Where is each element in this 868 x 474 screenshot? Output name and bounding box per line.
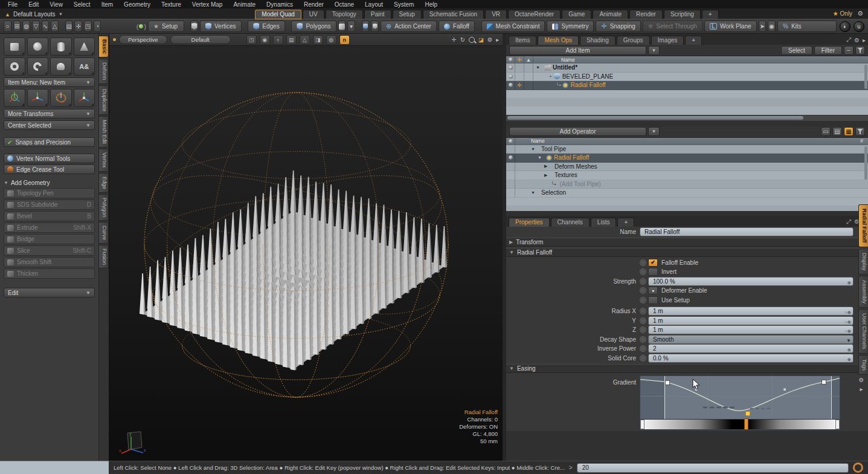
favorites-toggle[interactable]: ★ Only [833,10,852,17]
radial-falloff-section-header[interactable]: ▼ Radial Falloff [506,248,868,257]
layout-tab[interactable]: VR [485,10,507,19]
fx-toggle[interactable]: ✛ [515,73,524,81]
tool-category-tab[interactable]: Edge [99,173,109,193]
add-operator-dropdown-arrow[interactable]: ▼ [648,127,660,136]
menu-item[interactable]: Render [298,1,329,8]
select-button[interactable]: Select [781,46,812,55]
mini-slider-icon[interactable]: ◆ [847,346,851,354]
mini-slider-icon[interactable]: ○◆ [844,327,851,335]
menu-item[interactable]: Dynamics [261,1,298,8]
gear-icon[interactable]: ⚙ [854,37,860,44]
select-lasso-icon[interactable] [371,21,379,32]
tri-mesh-tool-icon[interactable]: △ [51,21,59,32]
panel-tab[interactable]: Groups [617,36,650,45]
rotate-view-icon[interactable]: ↻ [460,36,465,43]
tree-expand-icon[interactable]: ▼ [536,65,541,70]
menu-item[interactable]: Texture [156,1,187,8]
move-tool-button[interactable] [4,89,25,107]
work-plane-button[interactable]: LWork Plane [704,21,757,32]
tool-category-tab[interactable]: Fusion [99,245,109,268]
item-tree-row[interactable]: ✛ └• Radial Falloff [506,81,868,90]
polygons-button[interactable]: Polygons [291,21,336,32]
record-ring-icon[interactable] [853,463,863,473]
tool-category-tab[interactable]: Polygon [99,194,109,221]
vertices-button[interactable]: Vertices [200,21,242,32]
transform-tool-button[interactable] [74,89,95,107]
tree-view-button[interactable]: ▤ [832,127,842,136]
item-tree-row[interactable]: ✛ ▼ Untitled* [506,63,868,73]
edge-crease-tool-button[interactable]: Edge Crease Tool [4,164,95,174]
zoom-view-icon[interactable] [469,37,475,43]
add-item-dropdown[interactable]: Add Item [509,46,646,55]
menu-item[interactable]: Item [96,1,118,8]
scale-tool-button[interactable] [50,89,72,107]
sphere-primitive-button[interactable] [27,37,49,56]
panel-tab[interactable]: Items [509,36,536,45]
menu-item[interactable]: Vertex Map [187,1,228,8]
drop-tool-icon[interactable]: ▽ [32,21,40,32]
viewport-menu-icon[interactable]: ▸ [496,36,499,43]
item-tree-row[interactable]: ✛ + BEVELED_PLANE [506,73,868,82]
visibility-toggle[interactable] [506,154,515,162]
visibility-toggle[interactable] [506,171,515,180]
invert-checkbox[interactable] [648,268,658,276]
name-field[interactable] [640,227,854,236]
tree-expand-icon[interactable]: ▼ [531,147,536,151]
layout-tab[interactable]: Model Quad [255,10,301,19]
mini-slider-icon[interactable]: ◆ [847,279,851,287]
snaps-precision-button[interactable]: ✔ Snaps and Precision [4,137,95,147]
gear-icon[interactable]: ⚙ [487,36,493,43]
solo-view-button[interactable]: ▦ [844,127,854,136]
spline-tool-icon[interactable]: ∿ [42,21,50,32]
layers-tool-icon[interactable]: ▤ [65,21,73,32]
mode-dropdown[interactable]: ▾ [347,21,355,32]
collapse-list-button[interactable]: − [844,46,854,55]
gradient-menu-icon[interactable]: ▸ [860,386,863,392]
mini-slider-icon[interactable]: ○◆ [844,308,851,316]
channel-state-icon[interactable] [640,259,646,266]
item-tree-hscrollbar[interactable] [506,115,868,121]
panel-tab[interactable]: + [685,36,702,45]
text-primitive-button[interactable]: A& [74,57,95,76]
layout-tab[interactable]: Render [629,10,663,19]
tool-category-tab[interactable]: Deform [99,59,109,84]
radius-x-field[interactable]: 1 m○◆ [648,307,854,316]
gear-icon[interactable]: ⚙ [857,10,863,18]
vertex-normal-tools-button[interactable]: Vertex Normal Tools [4,154,95,163]
viewport-matcap-icon[interactable]: ◨ [313,35,323,45]
menu-item[interactable]: Animate [228,1,261,8]
lasso-tool-icon[interactable]: ○ [4,21,11,32]
menu-item[interactable]: View [44,1,68,8]
menu-item[interactable]: File [2,1,23,8]
3d-viewport[interactable]: Perspective Default ◳ ◉ ♁ ▤ △ ◨ ◍ n ✛ ↻ … [109,34,503,462]
channel-state-icon[interactable] [640,345,646,352]
operator-tree-scrollbar[interactable] [864,146,867,180]
channel-state-icon[interactable] [640,308,646,314]
visibility-toggle[interactable] [506,189,515,197]
inverse-power-field[interactable]: 2◆ [648,344,854,353]
gradient-strip[interactable] [640,419,840,429]
filter-funnel-button[interactable] [855,46,865,55]
channel-state-icon[interactable] [640,287,646,294]
panel-tab[interactable]: Lists [591,218,617,227]
solid-core-field[interactable]: 0.0 %◆ [648,354,854,363]
expand-panel-icon[interactable]: ⤢ [846,218,851,226]
channel-state-icon[interactable] [640,317,646,324]
cylinder-primitive-button[interactable] [50,37,72,56]
menu-item[interactable]: Layout [359,1,388,8]
gradient-key-handle[interactable] [665,380,670,385]
shading-dropdown[interactable]: Default [170,35,231,44]
symmetry-button[interactable]: Symmetry [547,21,594,32]
tree-expand-icon[interactable]: ▼ [538,155,542,160]
filter-funnel-button[interactable] [855,127,865,136]
foundry-logo-icon[interactable]: u [854,21,864,32]
transform-tool-icon[interactable]: ✛ [74,21,82,32]
strength-field[interactable]: 100.0 %◆ [648,277,854,286]
edges-button[interactable]: Edges [248,21,285,32]
add-geometry-section-header[interactable]: ▼ Add Geometry [4,180,95,186]
item-menu-dropdown[interactable]: Item Menu: New Item▼ [4,77,95,87]
viewport-env-icon[interactable]: ◍ [326,35,336,45]
menu-item[interactable]: Octane [329,1,359,8]
tool-category-tab[interactable]: Curve [99,222,109,244]
viewport-grid-icon[interactable]: ▤ [286,35,297,45]
